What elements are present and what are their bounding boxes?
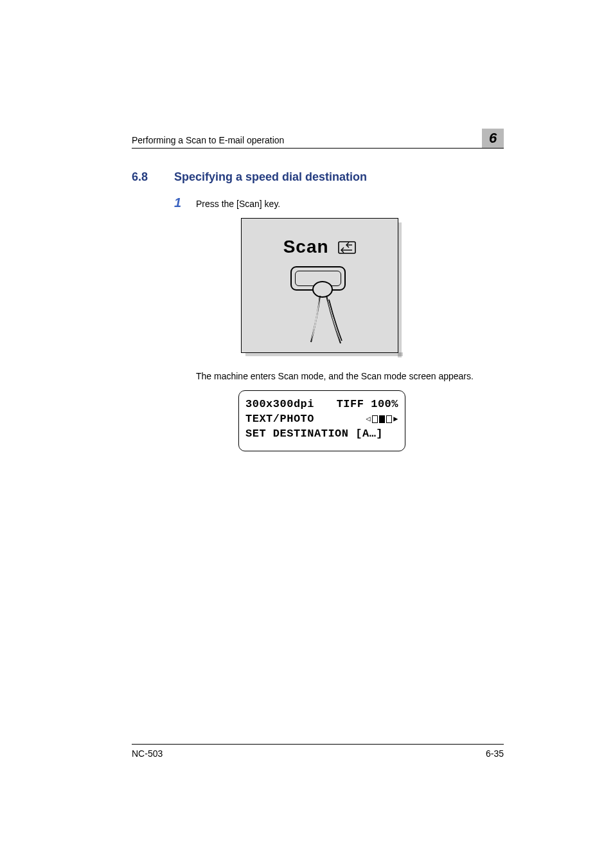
- step-text: Press the [Scan] key.: [196, 196, 280, 209]
- running-head: Performing a Scan to E-mail operation 6: [132, 129, 504, 149]
- density-box: [386, 415, 392, 423]
- density-indicator: ◁ ▶: [366, 412, 398, 427]
- shadow: [245, 352, 403, 356]
- chapter-number-badge: 6: [482, 129, 504, 148]
- hand-press-icon: [305, 278, 356, 348]
- density-box-filled: [379, 415, 385, 423]
- scan-label: Scan: [242, 237, 398, 257]
- section-title: Specifying a speed dial destination: [174, 170, 367, 184]
- footer-model: NC-503: [132, 748, 163, 759]
- lcd-line-3: SET DESTINATION [A…]: [245, 427, 398, 442]
- scan-label-text: Scan: [283, 237, 329, 257]
- result-text: The machine enters Scan mode, and the Sc…: [196, 371, 504, 381]
- triangle-left-icon: ◁: [366, 414, 371, 424]
- density-box: [372, 415, 378, 423]
- scan-to-pc-icon: [338, 241, 356, 254]
- shadow: [398, 222, 402, 357]
- lcd-screen: 300x300dpi TIFF 100% TEXT/PHOTO ◁ ▶ SET …: [238, 390, 405, 451]
- lcd-resolution: 300x300dpi: [245, 397, 314, 412]
- svg-point-3: [313, 282, 332, 297]
- svg-rect-0: [339, 242, 355, 253]
- footer-page-number: 6-35: [486, 748, 504, 759]
- lcd-format-zoom: TIFF 100%: [337, 397, 398, 412]
- page: Performing a Scan to E-mail operation 6 …: [0, 0, 613, 868]
- running-head-text: Performing a Scan to E-mail operation: [132, 135, 284, 145]
- step-number: 1: [174, 195, 196, 210]
- step-1: 1 Press the [Scan] key.: [174, 195, 504, 210]
- illustration-container: Scan: [241, 218, 504, 353]
- lcd-line-2: TEXT/PHOTO ◁ ▶: [245, 412, 398, 427]
- triangle-right-icon: ▶: [393, 414, 398, 424]
- lcd-quality: TEXT/PHOTO: [245, 412, 314, 427]
- section-heading: 6.8 Specifying a speed dial destination: [132, 170, 504, 184]
- scan-key-illustration: Scan: [241, 218, 398, 353]
- section-number: 6.8: [132, 170, 174, 184]
- page-footer: NC-503 6-35: [132, 744, 504, 759]
- lcd-line-1: 300x300dpi TIFF 100%: [245, 397, 398, 412]
